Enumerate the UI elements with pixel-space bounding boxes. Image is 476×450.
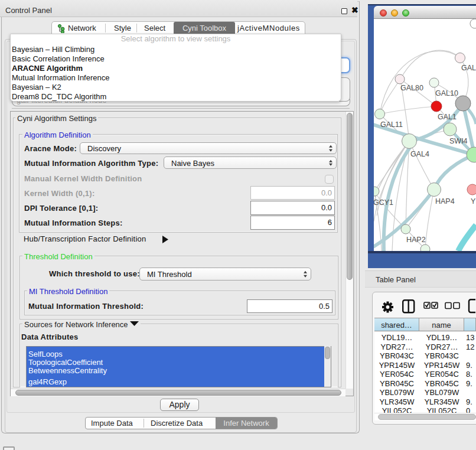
svg-text:GAL1: GAL1 [438,113,457,121]
svg-text:GAL4: GAL4 [410,150,429,158]
svg-text:GAL10: GAL10 [435,89,458,97]
svg-text:HAP4: HAP4 [435,197,455,206]
svg-text:SWI4: SWI4 [449,137,468,145]
svg-text:Y: Y [471,197,476,206]
svg-text:GAL7: GAL7 [461,64,476,72]
svg-text:GAL80: GAL80 [400,84,423,92]
svg-text:HAP2: HAP2 [406,236,426,244]
svg-text:GAL11: GAL11 [380,120,403,129]
svg-text:GCY1: GCY1 [374,198,393,207]
